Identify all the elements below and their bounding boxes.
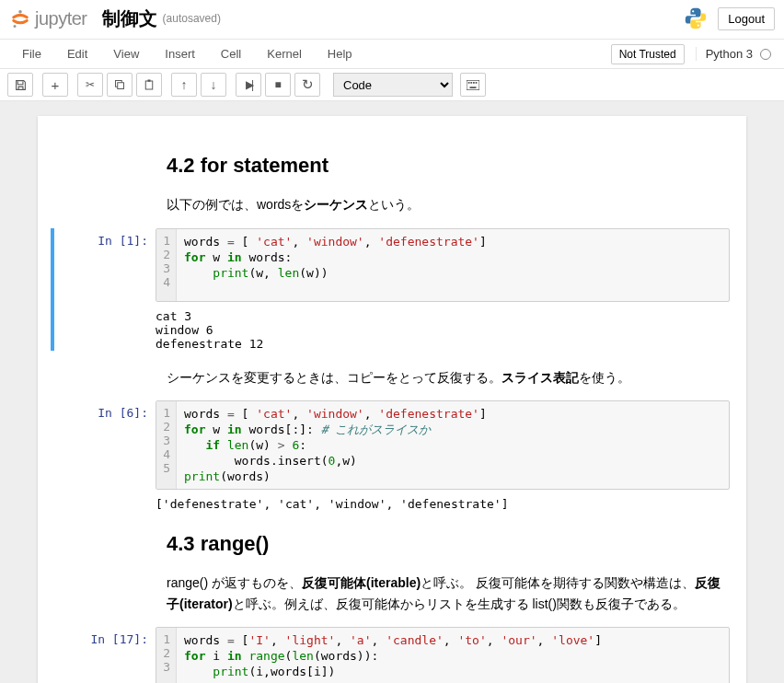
copy-icon (114, 79, 125, 90)
code-cell-2[interactable]: In [6]: 1 2 3 4 5 words = [ 'cat', 'wind… (54, 400, 730, 511)
code-text: words = ['I', 'light', 'a', 'candle', 't… (177, 628, 729, 683)
notebook-title[interactable]: 制御文 (102, 6, 157, 31)
logo-text: jupyter (35, 8, 87, 29)
svg-rect-12 (476, 82, 478, 84)
arrow-down-icon: ↓ (211, 77, 217, 92)
cell-type-select[interactable]: Code (333, 73, 453, 97)
svg-rect-5 (118, 83, 124, 89)
notebook-paper: 4.2 for statement 以下の例では、wordsをシーケンスという。… (38, 116, 746, 683)
menu-cell[interactable]: Cell (208, 41, 254, 66)
toolbar: + ✂ ↑ ↓ ▶| ■ ↻ Code (0, 69, 784, 101)
paste-icon (144, 79, 155, 91)
arrow-up-icon: ↑ (181, 77, 188, 92)
line-gutter: 1 2 3 4 (156, 229, 177, 301)
command-palette-button[interactable] (460, 73, 486, 97)
save-icon (15, 79, 27, 91)
cell-output: ['defenestrate', 'cat', 'window', 'defen… (156, 490, 730, 511)
svg-rect-11 (473, 82, 475, 84)
paragraph: シーケンスを変更するときは、コピーをとって反復する。スライス表記を使う。 (167, 367, 728, 388)
move-down-button[interactable]: ↓ (201, 73, 226, 97)
svg-rect-7 (148, 79, 151, 81)
code-input[interactable]: 1 2 3 4 words = [ 'cat', 'window', 'defe… (156, 228, 730, 302)
line-gutter: 1 2 3 (156, 628, 177, 683)
jupyter-icon (9, 7, 31, 29)
cut-button[interactable]: ✂ (77, 73, 103, 97)
svg-point-3 (698, 25, 699, 27)
code-cell-3[interactable]: In [17]: 1 2 3 words = ['I', 'light', 'a… (54, 627, 730, 683)
svg-rect-9 (468, 82, 470, 84)
python-icon (683, 6, 709, 31)
paste-button[interactable] (136, 73, 162, 97)
jupyter-logo[interactable]: jupyter (9, 7, 87, 29)
menubar: File Edit View Insert Cell Kernel Help N… (0, 40, 784, 69)
heading-4-2: 4.2 for statement (167, 149, 728, 181)
code-text: words = [ 'cat', 'window', 'defenestrate… (177, 401, 729, 489)
paragraph: range() が返すものを、反復可能体(iterable)と呼ぶ。 反復可能体… (167, 573, 728, 614)
svg-point-1 (14, 25, 17, 28)
plus-icon: + (52, 77, 60, 93)
cell-output: cat 3 window 6 defenestrate 12 (156, 302, 730, 351)
input-prompt: In [6]: (54, 400, 156, 511)
code-input[interactable]: 1 2 3 4 5 words = [ 'cat', 'window', 'de… (156, 400, 730, 490)
stop-icon: ■ (274, 78, 281, 91)
menu-help[interactable]: Help (315, 41, 365, 66)
add-cell-button[interactable]: + (42, 73, 68, 97)
autosave-status: (autosaved) (163, 12, 221, 25)
header: jupyter 制御文 (autosaved) Logout (0, 0, 784, 40)
trust-button[interactable]: Not Trusted (611, 44, 685, 64)
run-icon: ▶| (246, 78, 251, 91)
svg-rect-13 (470, 87, 477, 88)
svg-rect-8 (467, 80, 479, 90)
input-prompt: In [17]: (54, 627, 156, 683)
kernel-indicator-icon (760, 49, 771, 60)
menu-file[interactable]: File (9, 41, 54, 66)
menu-view[interactable]: View (100, 41, 152, 66)
menu-insert[interactable]: Insert (152, 41, 208, 66)
logout-button[interactable]: Logout (718, 7, 775, 30)
svg-rect-6 (145, 81, 153, 89)
svg-point-2 (692, 10, 694, 12)
keyboard-icon (467, 80, 479, 90)
svg-point-0 (18, 10, 22, 14)
run-button[interactable]: ▶| (236, 73, 261, 97)
markdown-cell[interactable]: 4.2 for statement 以下の例では、wordsをシーケンスという。 (167, 149, 728, 215)
menu-items: File Edit View Insert Cell Kernel Help (0, 41, 365, 66)
kernel-indicator-area: Python 3 (696, 47, 784, 61)
markdown-cell[interactable]: 4.3 range() range() が返すものを、反復可能体(iterabl… (167, 527, 728, 614)
interrupt-button[interactable]: ■ (265, 73, 291, 97)
code-cell-1[interactable]: In [1]: 1 2 3 4 words = [ 'cat', 'window… (51, 228, 730, 351)
line-gutter: 1 2 3 4 5 (156, 401, 177, 489)
move-up-button[interactable]: ↑ (171, 73, 197, 97)
restart-icon: ↻ (302, 76, 314, 93)
input-prompt: In [1]: (54, 228, 156, 351)
markdown-cell[interactable]: シーケンスを変更するときは、コピーをとって反復する。スライス表記を使う。 (167, 367, 728, 388)
heading-4-3: 4.3 range() (167, 527, 728, 560)
notebook-area: 4.2 for statement 以下の例では、wordsをシーケンスという。… (0, 101, 784, 683)
code-text: words = [ 'cat', 'window', 'defenestrate… (177, 229, 729, 301)
svg-rect-10 (470, 82, 472, 84)
copy-button[interactable] (107, 73, 133, 97)
kernel-name[interactable]: Python 3 (706, 47, 753, 61)
save-button[interactable] (7, 73, 33, 97)
menu-edit[interactable]: Edit (54, 41, 100, 66)
paragraph: 以下の例では、wordsをシーケンスという。 (167, 194, 728, 214)
menu-kernel[interactable]: Kernel (254, 41, 315, 66)
restart-button[interactable]: ↻ (294, 73, 320, 97)
code-input[interactable]: 1 2 3 words = ['I', 'light', 'a', 'candl… (156, 627, 730, 683)
cut-icon: ✂ (86, 78, 95, 91)
